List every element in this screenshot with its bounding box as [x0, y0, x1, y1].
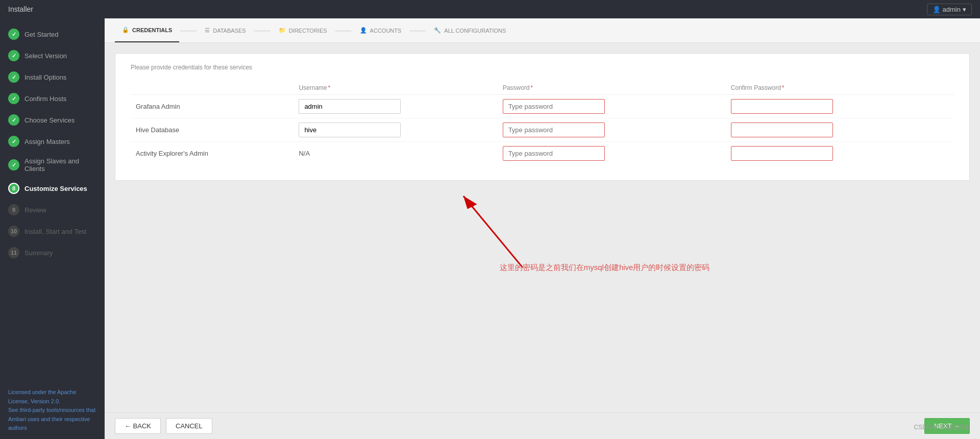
- sidebar-label-2: Select Version: [24, 52, 67, 60]
- main-content: 🔒 CREDENTIALS —— ☰ DATABASES —— 📁 DIRECT…: [105, 18, 980, 439]
- sidebar-label-4: Confirm Hosts: [24, 95, 66, 103]
- folder-icon: 📁: [279, 27, 286, 34]
- confirm-input-grafana[interactable]: [731, 99, 833, 114]
- sidebar-item-assign-slaves[interactable]: ✓ Assign Slaves and Clients: [0, 152, 105, 178]
- sidebar-item-choose-services[interactable]: ✓ Choose Services: [0, 109, 105, 131]
- step-icon-6: ✓: [8, 136, 19, 147]
- license-line1: Licensed under the Apache License, Versi…: [8, 388, 96, 406]
- main-layout: ✓ Get Started ✓ Select Version ✓ Install…: [0, 18, 980, 439]
- sidebar-label-8: Customize Services: [24, 185, 87, 192]
- username-static-activity: N/A: [299, 150, 310, 157]
- svg-line-1: [463, 196, 523, 267]
- table-row: Grafana Admin: [131, 95, 954, 118]
- service-name-hive: Hive Database: [131, 118, 293, 142]
- username-input-grafana[interactable]: [299, 99, 401, 114]
- sidebar-label-9: Review: [24, 206, 46, 214]
- content-wrapper: Please provide credentials for these ser…: [115, 53, 970, 293]
- password-cell-activity: [498, 142, 726, 165]
- confirm-input-hive[interactable]: [731, 123, 833, 137]
- tab-sep-2: ——: [254, 26, 271, 35]
- license-line2: See third-party tools/resources that Amb…: [8, 406, 96, 433]
- step-icon-3: ✓: [8, 71, 19, 83]
- step-icon-5: ✓: [8, 114, 19, 126]
- sidebar-item-select-version[interactable]: ✓ Select Version: [0, 45, 105, 66]
- sidebar-steps: ✓ Get Started ✓ Select Version ✓ Install…: [0, 23, 105, 263]
- person-icon: 👤: [360, 27, 367, 34]
- back-button[interactable]: ← BACK: [115, 418, 161, 434]
- annotation-area: 这里的密码是之前我们在mysql创建hive用户的时候设置的密码: [115, 181, 970, 293]
- password-input-hive[interactable]: [503, 123, 605, 137]
- sidebar-label-3: Install Options: [24, 74, 66, 81]
- topbar: Installer 👤 admin ▾: [0, 0, 980, 18]
- tab-databases[interactable]: ☰ DATABASES: [198, 18, 253, 42]
- tab-sep-4: ——: [409, 26, 426, 35]
- sidebar-footer: Licensed under the Apache License, Versi…: [0, 382, 105, 439]
- tab-sep-1: ——: [180, 26, 197, 35]
- username-cell-hive: [293, 118, 497, 142]
- tab-accounts-label: ACCOUNTS: [370, 28, 402, 34]
- user-icon: 👤: [933, 6, 941, 13]
- confirm-cell-hive: [726, 118, 954, 142]
- password-input-activity[interactable]: [503, 146, 605, 161]
- wizard-tabs: 🔒 CREDENTIALS —— ☰ DATABASES —— 📁 DIRECT…: [105, 18, 980, 43]
- sidebar-label-1: Get Started: [24, 31, 58, 38]
- confirm-cell-activity: [726, 142, 954, 165]
- confirm-input-activity[interactable]: [731, 146, 833, 161]
- username-cell-grafana: [293, 95, 497, 118]
- chevron-down-icon: ▾: [963, 6, 966, 13]
- tab-all-configs-label: ALL CONFIGURATIONS: [444, 28, 506, 34]
- card-description: Please provide credentials for these ser…: [131, 64, 954, 71]
- sidebar-label-10: Install, Start and Test: [24, 228, 86, 235]
- password-cell-grafana: [498, 95, 726, 118]
- step-icon-4: ✓: [8, 93, 19, 104]
- service-name-activity: Activity Explorer's Admin: [131, 142, 293, 165]
- sidebar-item-customize-services[interactable]: 8 Customize Services: [0, 178, 105, 199]
- confirm-cell-grafana: [726, 95, 954, 118]
- annotation-text: 这里的密码是之前我们在mysql创建hive用户的时候设置的密码: [500, 263, 710, 273]
- col-service: [131, 81, 293, 95]
- step-icon-10: 10: [8, 226, 19, 237]
- user-label: admin: [943, 6, 961, 13]
- lock-icon: 🔒: [122, 27, 129, 33]
- annotation-svg: [115, 181, 970, 293]
- sidebar-label-5: Choose Services: [24, 116, 75, 124]
- sidebar-item-install-test: 10 Install, Start and Test: [0, 221, 105, 242]
- tab-credentials-label: CREDENTIALS: [132, 27, 172, 33]
- col-password: Password: [498, 81, 726, 95]
- sidebar-item-review: 9 Review: [0, 199, 105, 221]
- sidebar-item-get-started[interactable]: ✓ Get Started: [0, 23, 105, 45]
- tab-directories[interactable]: 📁 DIRECTORIES: [272, 18, 334, 42]
- sidebar-label-6: Assign Masters: [24, 138, 70, 145]
- content-area: Please provide credentials for these ser…: [105, 43, 980, 412]
- password-input-grafana[interactable]: [503, 99, 605, 114]
- sidebar-item-summary: 11 Summary: [0, 242, 105, 263]
- sidebar-label-7: Assign Slaves and Clients: [24, 157, 96, 173]
- step-icon-1: ✓: [8, 29, 19, 40]
- user-menu[interactable]: 👤 admin ▾: [927, 4, 972, 15]
- tab-sep-3: ——: [335, 26, 352, 35]
- app-title: Installer: [8, 5, 33, 13]
- col-confirm-password: Confirm Password: [726, 81, 954, 95]
- step-icon-9: 9: [8, 204, 19, 215]
- tab-accounts[interactable]: 👤 ACCOUNTS: [353, 18, 409, 42]
- tab-credentials[interactable]: 🔒 CREDENTIALS: [115, 18, 179, 42]
- col-username: Username: [293, 81, 497, 95]
- cancel-button[interactable]: CANCEL: [166, 418, 212, 434]
- sidebar-item-assign-masters[interactable]: ✓ Assign Masters: [0, 131, 105, 152]
- credentials-table: Username Password Confirm Password Grafa…: [131, 81, 954, 165]
- username-cell-activity: N/A: [293, 142, 497, 165]
- step-icon-2: ✓: [8, 50, 19, 61]
- watermark: CSDN @芋圆味洋葱: [914, 423, 970, 432]
- password-cell-hive: [498, 118, 726, 142]
- service-name-grafana: Grafana Admin: [131, 95, 293, 118]
- bottom-bar: ← BACK CANCEL NEXT →: [105, 412, 980, 439]
- tab-databases-label: DATABASES: [213, 28, 246, 34]
- db-icon: ☰: [205, 27, 210, 34]
- tab-all-configs[interactable]: 🔧 ALL CONFIGURATIONS: [427, 18, 513, 42]
- credentials-card: Please provide credentials for these ser…: [115, 53, 970, 181]
- step-icon-8: 8: [8, 183, 19, 194]
- step-icon-7: ✓: [8, 159, 19, 170]
- sidebar-item-confirm-hosts[interactable]: ✓ Confirm Hosts: [0, 88, 105, 109]
- sidebar-item-install-options[interactable]: ✓ Install Options: [0, 66, 105, 88]
- username-input-hive[interactable]: [299, 123, 401, 137]
